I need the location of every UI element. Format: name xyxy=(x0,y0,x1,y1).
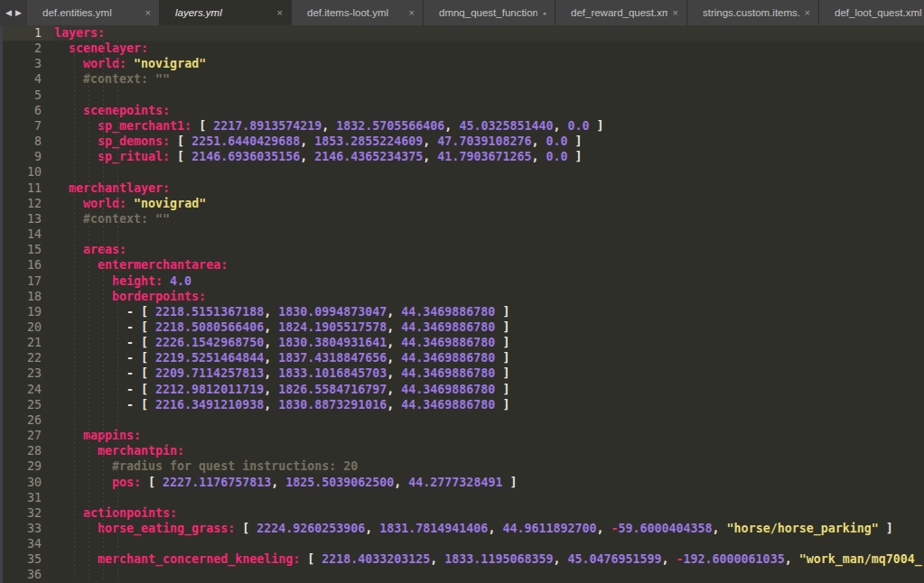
line-number[interactable]: 34 xyxy=(0,536,54,551)
code-line[interactable]: 3 world: "novigrad" xyxy=(0,56,924,71)
tab-strings-custom-items-csv[interactable]: strings.custom.items.csv× xyxy=(686,0,818,25)
code-line[interactable]: 36 xyxy=(0,567,924,582)
line-number[interactable]: 4 xyxy=(0,71,54,87)
code-line[interactable]: 32 actionpoints: xyxy=(0,505,924,521)
code-line[interactable]: 16 entermerchantarea: xyxy=(0,257,924,273)
tab-dmnq-quest-functions-ws[interactable]: dmnq_quest_functions.ws● xyxy=(423,0,555,25)
line-number[interactable]: 3 xyxy=(0,56,54,71)
tab-close-icon[interactable]: × xyxy=(145,7,151,18)
code-line[interactable]: 28 merchantpin: xyxy=(0,443,924,458)
line-number[interactable]: 24 xyxy=(0,382,54,397)
code-line[interactable]: 35 merchant_concerned_kneeling: [ 2218.4… xyxy=(0,551,924,567)
code-line[interactable]: 31 xyxy=(0,490,924,505)
line-number[interactable]: 14 xyxy=(0,227,54,242)
tab-label: dmnq_quest_functions.ws xyxy=(439,7,537,18)
nav-back-icon[interactable]: ◀ xyxy=(5,8,12,17)
code-line[interactable]: 10 xyxy=(0,164,924,180)
token-key: pos: xyxy=(112,476,141,489)
code-line[interactable]: 21 - [ 2226.1542968750, 1830.3804931641,… xyxy=(0,335,924,350)
code-line[interactable]: 6 scenepoints: xyxy=(0,103,924,118)
line-number[interactable]: 36 xyxy=(0,567,54,582)
code-line[interactable]: 17 height: 4.0 xyxy=(0,273,924,289)
code-line[interactable]: 15 areas: xyxy=(0,242,924,257)
tab-def-entities-yml[interactable]: def.entities.yml× xyxy=(27,0,159,25)
token-num: 2226.1542968750 xyxy=(155,336,264,349)
code-line[interactable]: 19 - [ 2218.5151367188, 1830.0994873047,… xyxy=(0,304,924,319)
code-line[interactable]: 29 #radius for quest instructions: 20 xyxy=(0,458,924,474)
line-number[interactable]: 33 xyxy=(0,521,54,536)
code-line[interactable]: 25 - [ 2216.3491210938, 1830.8873291016,… xyxy=(0,397,924,412)
editor-pane[interactable]: 1layers:2 scenelayer:3 world: "novigrad"… xyxy=(0,25,924,583)
line-number[interactable]: 15 xyxy=(0,242,54,257)
line-number[interactable]: 6 xyxy=(0,103,54,118)
line-number[interactable]: 31 xyxy=(0,490,54,505)
line-number[interactable]: 17 xyxy=(0,273,54,289)
line-number[interactable]: 23 xyxy=(0,366,54,381)
tab-close-icon[interactable]: × xyxy=(277,7,283,18)
tab-def-items-loot-yml[interactable]: def.items-loot.yml× xyxy=(291,0,423,25)
code-line[interactable]: 22 - [ 2219.5251464844, 1837.4318847656,… xyxy=(0,350,924,366)
code-line[interactable]: 27 mappins: xyxy=(0,428,924,443)
line-number[interactable]: 7 xyxy=(0,118,54,134)
line-number[interactable]: 26 xyxy=(0,412,54,428)
code-line[interactable]: 30 pos: [ 2227.1176757813, 1825.50390625… xyxy=(0,475,924,490)
code-text: - [ 2209.7114257813, 1833.1016845703, 44… xyxy=(54,366,924,381)
code-line[interactable]: 14 xyxy=(0,227,924,242)
code-line[interactable]: 4 #context: "" xyxy=(0,71,924,87)
code-line[interactable]: 5 xyxy=(0,88,924,103)
line-number[interactable]: 18 xyxy=(0,289,54,304)
code-line[interactable]: 1layers: xyxy=(0,25,924,41)
token-punct xyxy=(54,150,98,163)
code-line[interactable]: 8 sp_demons: [ 2251.6440429688, 1853.285… xyxy=(0,134,924,149)
line-number[interactable]: 35 xyxy=(0,551,54,567)
tab-layers-yml[interactable]: layers.yml× xyxy=(159,0,291,25)
line-number[interactable]: 8 xyxy=(0,134,54,149)
line-number[interactable]: 11 xyxy=(0,180,54,196)
line-number[interactable]: 30 xyxy=(0,475,54,490)
line-number[interactable]: 32 xyxy=(0,505,54,521)
code-line[interactable]: 20 - [ 2218.5080566406, 1824.1905517578,… xyxy=(0,319,924,335)
token-punct xyxy=(54,212,83,226)
line-number[interactable]: 25 xyxy=(0,397,54,412)
tab-def-loot-quest-xml[interactable]: def_loot_quest.xml× xyxy=(818,0,924,25)
code-line[interactable]: 11 merchantlayer: xyxy=(0,180,924,196)
code-line[interactable]: 23 - [ 2209.7114257813, 1833.1016845703,… xyxy=(0,366,924,381)
line-number[interactable]: 1 xyxy=(0,25,54,41)
code-line[interactable]: 26 xyxy=(0,412,924,428)
token-punct: , xyxy=(662,552,677,566)
line-number[interactable]: 9 xyxy=(0,149,54,164)
line-number[interactable]: 5 xyxy=(0,88,54,103)
line-number[interactable]: 21 xyxy=(0,335,54,350)
code-line[interactable]: 33 horse_eating_grass: [ 2224.9260253906… xyxy=(0,521,924,536)
line-number[interactable]: 29 xyxy=(0,458,54,474)
code-line[interactable]: 34 xyxy=(0,536,924,551)
code-line[interactable]: 2 scenelayer: xyxy=(0,41,924,56)
line-number[interactable]: 10 xyxy=(0,164,54,180)
nav-forward-icon[interactable]: ▶ xyxy=(15,8,22,17)
code-line[interactable]: 13 #context: "" xyxy=(0,211,924,227)
tab-close-icon[interactable]: × xyxy=(805,7,810,18)
code-line[interactable]: 7 sp_merchant1: [ 2217.8913574219, 1832.… xyxy=(0,118,924,134)
tab-close-icon[interactable]: × xyxy=(409,7,415,18)
code-line[interactable]: 18 borderpoints: xyxy=(0,289,924,304)
tab-def-reward-quest-xml[interactable]: def_reward_quest.xml× xyxy=(555,0,686,25)
line-number[interactable]: 12 xyxy=(0,196,54,211)
line-number[interactable]: 2 xyxy=(0,41,54,56)
line-number[interactable]: 13 xyxy=(0,211,54,227)
token-punct: , xyxy=(264,336,278,349)
tab-close-icon[interactable]: × xyxy=(673,7,678,18)
code-line[interactable]: 24 - [ 2212.9812011719, 1826.5584716797,… xyxy=(0,382,924,397)
line-number[interactable]: 16 xyxy=(0,257,54,273)
line-number[interactable]: 28 xyxy=(0,443,54,458)
token-punct: , xyxy=(423,150,437,163)
line-number[interactable]: 19 xyxy=(0,304,54,319)
code-line[interactable]: 12 world: "novigrad" xyxy=(0,196,924,211)
code-line[interactable]: 9 sp_ritual: [ 2146.6936035156, 2146.436… xyxy=(0,149,924,164)
line-number[interactable]: 27 xyxy=(0,428,54,443)
code-text: layers: xyxy=(54,25,924,41)
token-num: 2251.6440429688 xyxy=(191,134,300,148)
token-key: scenepoints: xyxy=(83,104,170,117)
line-number[interactable]: 20 xyxy=(0,319,54,335)
token-punct: ] xyxy=(495,398,509,412)
line-number[interactable]: 22 xyxy=(0,350,54,366)
